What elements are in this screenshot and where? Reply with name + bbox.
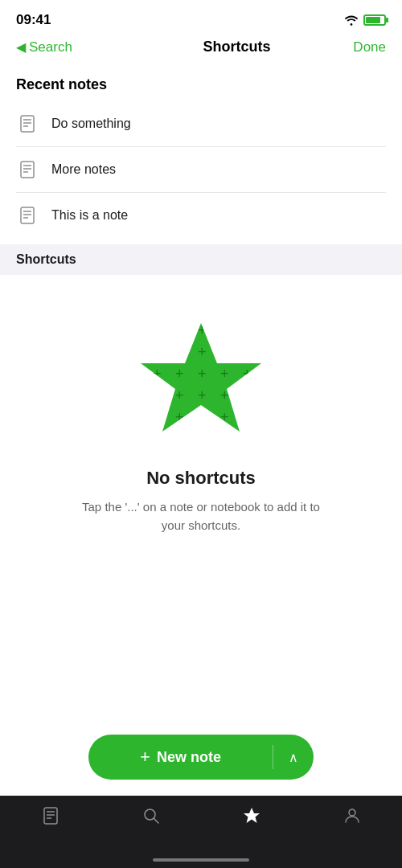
svg-text:+: + [198,409,207,425]
list-item[interactable]: Do something [16,101,386,147]
tab-notes[interactable] [0,805,100,826]
note-title: This is a note [51,208,128,223]
svg-text:+: + [175,366,184,382]
svg-text:+: + [175,322,184,338]
battery-fill [366,17,380,23]
shortcuts-star-icon: + + + + + + + [137,315,265,444]
list-item[interactable]: This is a note [16,193,386,238]
notes-tab-icon [40,805,61,826]
svg-text:+: + [198,366,207,382]
svg-rect-8 [21,207,34,223]
svg-text:+: + [198,322,207,338]
back-label: Search [29,39,72,55]
notes-list: Do something More notes This is a note [0,101,402,238]
svg-text:+: + [220,366,229,382]
svg-rect-0 [21,116,34,132]
shortcuts-section-header: Shortcuts [0,244,402,275]
svg-text:+: + [243,322,252,338]
chevron-up-icon: ∧ [289,750,298,765]
svg-text:+: + [220,387,229,403]
new-note-main[interactable]: + New note [88,748,273,766]
nav-bar: ◀ Search Shortcuts Done [0,35,402,65]
note-title: Do something [51,117,131,131]
svg-line-44 [154,819,158,824]
svg-text:+: + [243,409,252,425]
svg-point-46 [349,809,355,816]
new-note-label: New note [157,749,221,766]
svg-text:+: + [153,322,162,338]
tab-account[interactable] [302,805,402,826]
svg-text:+: + [153,344,162,360]
svg-text:+: + [175,387,184,403]
svg-text:+: + [243,366,252,382]
status-bar: 09:41 [0,0,402,35]
tab-bar [0,796,402,868]
list-item[interactable]: More notes [16,147,386,193]
svg-text:+: + [220,322,229,338]
search-tab-icon [141,805,162,826]
note-title: More notes [51,162,116,177]
svg-rect-4 [21,162,34,178]
account-tab-icon [342,805,363,826]
svg-text:+: + [220,409,229,425]
svg-text:+: + [243,387,252,403]
svg-text:+: + [175,344,184,360]
new-note-container: + New note ∧ [88,735,314,780]
empty-state-title: No shortcuts [146,468,256,489]
nav-title: Shortcuts [72,39,401,55]
new-note-expand-button[interactable]: ∧ [273,750,314,765]
tab-shortcuts[interactable] [201,805,302,826]
new-note-plus-icon: + [140,748,150,766]
status-time: 09:41 [16,12,51,28]
svg-marker-45 [244,808,260,823]
empty-state-description: Tap the '...' on a note or notebook to a… [72,498,330,534]
back-chevron-icon: ◀ [16,39,26,55]
home-indicator [153,858,249,862]
note-icon [16,158,39,181]
note-icon [16,204,39,227]
recent-notes-header: Recent notes [0,65,402,101]
svg-text:+: + [220,344,229,360]
status-icons [344,14,386,26]
svg-text:+: + [243,344,252,360]
tab-search[interactable] [100,805,201,826]
svg-text:+: + [153,366,162,382]
back-button[interactable]: ◀ Search [16,39,72,55]
new-note-button[interactable]: + New note ∧ [88,735,314,780]
svg-text:+: + [175,409,184,425]
svg-text:+: + [198,344,207,360]
note-icon [16,113,39,135]
shortcuts-tab-icon [241,805,262,826]
empty-state: + + + + + + + [0,275,402,559]
svg-text:+: + [153,409,162,425]
svg-rect-39 [44,808,57,824]
wifi-icon [344,14,359,26]
svg-text:+: + [198,387,207,403]
svg-text:+: + [153,387,162,403]
done-button[interactable]: Done [353,39,386,55]
battery-icon [363,14,386,26]
